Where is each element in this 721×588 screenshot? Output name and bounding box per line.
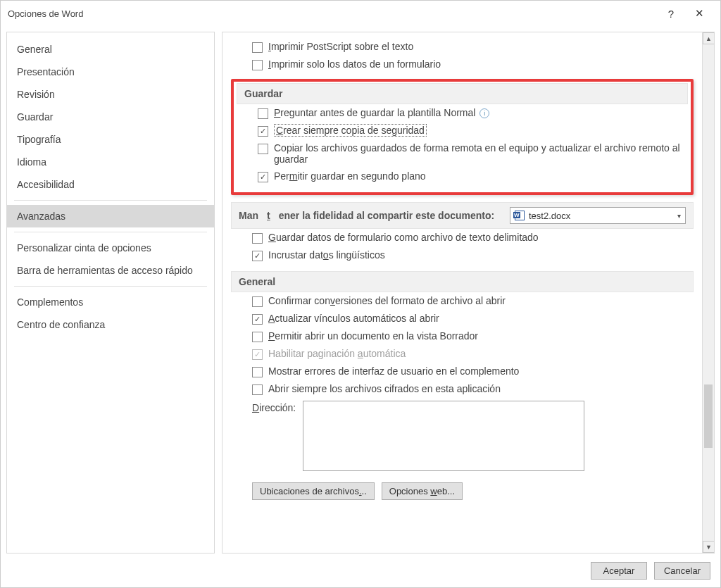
sidebar-item-tipografía[interactable]: Tipografía bbox=[7, 128, 214, 151]
checkbox-row[interactable]: ✓Habilitar paginación automática bbox=[231, 345, 694, 363]
checkbox-row[interactable]: Preguntar antes de guardar la plantilla … bbox=[237, 104, 688, 122]
settings-panel: Imprimir PostScript sobre el textoImprim… bbox=[222, 32, 715, 553]
section-header: General bbox=[231, 271, 694, 292]
chevron-down-icon: ▾ bbox=[677, 212, 681, 220]
checkbox-label: Incrustar datos lingüísticos bbox=[268, 249, 385, 261]
checkbox[interactable] bbox=[252, 233, 263, 244]
sidebar-item-general[interactable]: General bbox=[7, 38, 214, 61]
scroll-down-button[interactable]: ▼ bbox=[703, 541, 715, 553]
checkbox[interactable]: ✓ bbox=[258, 126, 268, 137]
checkbox-row[interactable]: Imprimir PostScript sobre el texto bbox=[231, 38, 694, 56]
checkbox[interactable] bbox=[252, 296, 263, 307]
dropdown-value: test2.docx bbox=[529, 211, 570, 221]
checkbox-label: Confirmar conversiones del formato de ar… bbox=[268, 295, 506, 306]
ok-button[interactable]: Aceptar bbox=[591, 562, 647, 580]
file-locations-button[interactable]: Ubicaciones de archivos... bbox=[252, 482, 375, 500]
checkbox-label: Guardar datos de formulario como archivo… bbox=[268, 232, 539, 243]
word-doc-icon bbox=[515, 211, 525, 220]
checkbox-label: Permitir guardar en segundo plano bbox=[274, 170, 426, 182]
checkbox-label: Preguntar antes de guardar la plantilla … bbox=[274, 107, 489, 118]
checkbox[interactable] bbox=[252, 60, 263, 70]
window-title: Opciones de Word bbox=[8, 8, 83, 19]
checkbox-label: Habilitar paginación automática bbox=[268, 348, 406, 359]
checkbox-label: Abrir siempre los archivos cifrados en e… bbox=[268, 383, 501, 394]
checkbox-label: Crear siempre copia de seguridad bbox=[274, 125, 427, 136]
address-label: Dirección: bbox=[252, 401, 296, 413]
section-header: Mantener la fidelidad al compartir este … bbox=[231, 202, 694, 229]
checkbox[interactable]: ✓ bbox=[252, 314, 263, 325]
guardar-section-highlight: GuardarPreguntar antes de guardar la pla… bbox=[231, 79, 694, 195]
checkbox-row[interactable]: ✓Incrustar datos lingüísticos bbox=[231, 246, 694, 264]
sidebar-item-presentación[interactable]: Presentación bbox=[7, 61, 214, 83]
checkbox-row[interactable]: Guardar datos de formulario como archivo… bbox=[231, 229, 694, 246]
checkbox-label: Actualizar vínculos automáticos al abrir bbox=[268, 313, 439, 324]
sidebar-separator bbox=[14, 232, 207, 232]
close-button[interactable]: ✕ bbox=[685, 1, 713, 26]
help-button[interactable]: ? bbox=[657, 1, 685, 26]
checkbox-label: Imprimir solo los datos de un formulario bbox=[268, 58, 441, 70]
checkbox-row[interactable]: Copiar los archivos guardados de forma r… bbox=[237, 139, 688, 168]
titlebar: Opciones de Word ? ✕ bbox=[1, 1, 720, 26]
sidebar-item-accesibilidad[interactable]: Accesibilidad bbox=[7, 173, 214, 196]
checkbox[interactable]: ✓ bbox=[258, 172, 268, 182]
checkbox-row[interactable]: Mostrar errores de interfaz de usuario e… bbox=[231, 363, 694, 380]
sidebar-item-avanzadas[interactable]: Avanzadas bbox=[7, 205, 214, 227]
checkbox-label: Mostrar errores de interfaz de usuario e… bbox=[268, 365, 519, 377]
checkbox[interactable] bbox=[252, 384, 263, 395]
sidebar-item-revisión[interactable]: Revisión bbox=[7, 83, 214, 106]
sidebar-separator bbox=[14, 200, 207, 201]
checkbox-row[interactable]: Confirmar conversiones del formato de ar… bbox=[231, 292, 694, 310]
scroll-thumb[interactable] bbox=[704, 384, 713, 448]
cancel-button[interactable]: Cancelar bbox=[654, 562, 710, 580]
checkbox-label: Imprimir PostScript sobre el texto bbox=[268, 41, 413, 52]
category-sidebar: GeneralPresentaciónRevisiónGuardarTipogr… bbox=[6, 32, 215, 553]
scroll-up-button[interactable]: ▲ bbox=[703, 32, 715, 44]
checkbox-label: Permitir abrir un documento en la vista … bbox=[268, 330, 478, 342]
web-options-button[interactable]: Opciones web... bbox=[382, 482, 463, 500]
sidebar-item-centro-de-confianza[interactable]: Centro de confianza bbox=[7, 313, 214, 336]
checkbox[interactable] bbox=[252, 42, 263, 53]
address-row: Dirección: bbox=[231, 398, 694, 474]
sidebar-separator bbox=[14, 286, 207, 287]
checkbox[interactable] bbox=[252, 332, 263, 342]
sidebar-item-personalizar-cinta-de-opciones[interactable]: Personalizar cinta de opciones bbox=[7, 237, 214, 259]
button-row: Ubicaciones de archivos...Opciones web..… bbox=[231, 474, 694, 503]
checkbox-row[interactable]: ✓Permitir guardar en segundo plano bbox=[237, 168, 688, 185]
info-icon: i bbox=[479, 108, 489, 118]
checkbox-row[interactable]: Abrir siempre los archivos cifrados en e… bbox=[231, 380, 694, 398]
checkbox[interactable] bbox=[258, 108, 268, 119]
checkbox-label: Copiar los archivos guardados de forma r… bbox=[274, 142, 688, 165]
checkbox[interactable] bbox=[258, 144, 268, 154]
sidebar-item-guardar[interactable]: Guardar bbox=[7, 106, 214, 128]
options-dialog: Opciones de Word ? ✕ GeneralPresentación… bbox=[0, 0, 721, 588]
checkbox-row[interactable]: ✓Crear siempre copia de seguridad bbox=[237, 122, 688, 139]
checkbox[interactable]: ✓ bbox=[252, 251, 263, 261]
sidebar-item-idioma[interactable]: Idioma bbox=[7, 151, 214, 173]
sidebar-item-barra-de-herramientas-de-acceso-rápido[interactable]: Barra de herramientas de acceso rápido bbox=[7, 259, 214, 282]
section-header: Guardar bbox=[237, 83, 688, 104]
dialog-footer: Aceptar Cancelar bbox=[1, 553, 720, 587]
sidebar-item-complementos[interactable]: Complementos bbox=[7, 291, 214, 313]
checkbox[interactable]: ✓ bbox=[252, 349, 263, 360]
checkbox-row[interactable]: Permitir abrir un documento en la vista … bbox=[231, 327, 694, 345]
checkbox-row[interactable]: ✓Actualizar vínculos automáticos al abri… bbox=[231, 310, 694, 327]
checkbox-row[interactable]: Imprimir solo los datos de un formulario bbox=[231, 56, 694, 73]
checkbox[interactable] bbox=[252, 367, 263, 377]
scrollbar-vertical[interactable]: ▲ ▼ bbox=[702, 32, 714, 553]
document-dropdown[interactable]: test2.docx▾ bbox=[510, 207, 686, 224]
address-textarea[interactable] bbox=[303, 401, 584, 471]
